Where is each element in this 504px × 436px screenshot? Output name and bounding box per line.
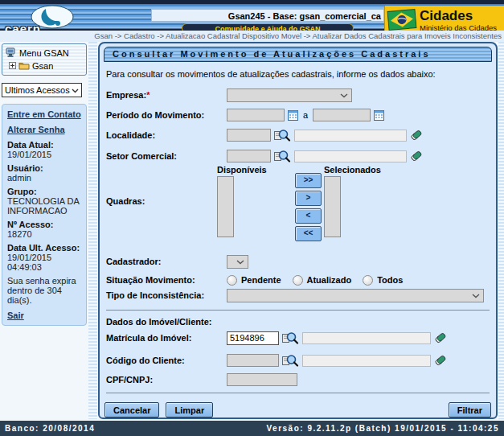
cancel-button[interactable]: Cancelar — [104, 402, 159, 417]
localidade-input[interactable] — [227, 129, 271, 142]
quadras-label: Quadras: — [106, 196, 227, 206]
gsan-page: caern Gsan245 - Base: gsan_comercial_ca … — [0, 0, 504, 436]
move-right-button[interactable]: > — [295, 191, 322, 206]
required-marker: * — [146, 90, 150, 100]
divider — [106, 393, 490, 393]
frame-stripe-right — [498, 42, 504, 419]
gsan-base-title: Gsan245 - Base: gsan_comercial_ca — [151, 9, 384, 22]
setor-comercial-label: Setor Comercial: — [106, 151, 227, 161]
selecionados-header: Selecionados — [324, 165, 381, 175]
eraser-icon[interactable] — [410, 150, 423, 162]
tree-node-gsan[interactable]: Gsan — [4, 60, 84, 72]
quadras-disponiveis-listbox[interactable] — [217, 176, 234, 237]
codigo-cliente-label: Código do Cliente: — [106, 356, 227, 365]
current-date-item: Data Atual:19/01/2015 — [7, 140, 81, 159]
eraser-icon[interactable] — [434, 331, 447, 344]
filter-button[interactable]: Filtrar — [449, 402, 491, 417]
app-header: caern Gsan245 - Base: gsan_comercial_ca … — [0, 0, 504, 31]
divider — [106, 310, 490, 311]
menu-gsan-header[interactable]: Menu GSAN — [4, 47, 84, 60]
plus-expand-icon[interactable] — [9, 61, 16, 71]
empresa-select[interactable] — [227, 88, 352, 102]
periodo-label: Período do Movimento: — [106, 110, 227, 120]
tree-node-gsan-label: Gsan — [32, 61, 53, 71]
periodo-inicio-input[interactable] — [227, 109, 285, 121]
chevron-down-icon — [72, 85, 79, 95]
magnifier-icon[interactable] — [274, 150, 291, 163]
breadcrumb: Gsan -> Cadastro -> Atualizacao Cadastra… — [0, 31, 504, 42]
main-panel: Consultar Movimento de Atualizações Cada… — [98, 42, 498, 419]
sidebar: Menu GSAN Gsan — [2, 43, 87, 326]
clear-button[interactable]: Limpar — [166, 402, 213, 417]
cadastrador-select[interactable] — [227, 255, 248, 269]
logout-link[interactable]: Sair — [7, 311, 81, 320]
disponiveis-header: Disponíveis — [217, 165, 267, 175]
password-expiry-notice: Sua senha expira dentro de 304 dia(s). — [7, 276, 81, 305]
eraser-icon[interactable] — [434, 354, 447, 367]
periodo-separator: a — [303, 110, 308, 120]
menu-gsan-label: Menu GSAN — [19, 48, 69, 58]
tipo-inconsistencia-select[interactable] — [227, 289, 484, 302]
frame-stripe-left — [88, 42, 97, 419]
ultimos-acessos-select[interactable]: Ultimos Acessos — [2, 83, 82, 97]
radio-atualizado-label: Atualizado — [307, 275, 352, 285]
brazil-flag-icon — [387, 9, 416, 32]
setor-comercial-input[interactable] — [227, 150, 271, 162]
magnifier-icon[interactable] — [274, 129, 291, 142]
last-access-item: Data Ult. Acesso:19/01/2015 04:49:03 — [7, 243, 81, 272]
codigo-cliente-display-field — [302, 355, 431, 367]
status-footer: Banco: 20/08/2014 Versão: 9.2.11.2p (Bat… — [0, 421, 504, 436]
chevron-down-icon — [340, 90, 348, 100]
page-title: Consultar Movimento de Atualizações Cada… — [104, 47, 492, 62]
calendar-icon[interactable] — [374, 110, 384, 121]
radio-pendente[interactable] — [227, 275, 237, 286]
magnifier-icon[interactable] — [282, 354, 299, 368]
periodo-fim-input[interactable] — [313, 109, 371, 121]
computer-icon — [6, 47, 17, 60]
access-number-item: Nº Acesso:18270 — [7, 220, 81, 239]
eraser-icon[interactable] — [410, 129, 423, 142]
folder-icon — [18, 61, 30, 72]
move-all-right-button[interactable]: >> — [295, 173, 322, 188]
cpf-cnpj-label: CPF/CNPJ: — [106, 375, 227, 385]
radio-atualizado[interactable] — [293, 275, 303, 286]
group-item: Grupo:TECNOLOGIA DA INFORMACAO — [7, 187, 81, 216]
footer-version: Versão: 9.2.11.2p (Batch) 19/01/2015 - 1… — [266, 421, 499, 436]
footer-bank-date: Banco: 20/08/2014 — [5, 421, 95, 436]
user-item: Usuário:admin — [7, 163, 81, 183]
empresa-label: Empresa:* — [106, 90, 227, 100]
radio-pendente-label: Pendente — [241, 275, 281, 285]
radio-todos-label: Todos — [377, 275, 403, 285]
localidade-label: Localidade: — [106, 130, 227, 140]
change-password-link[interactable]: Alterar Senha — [7, 125, 81, 134]
move-all-left-button[interactable]: << — [295, 226, 322, 241]
move-left-button[interactable]: < — [295, 208, 322, 224]
matricula-display-field — [302, 332, 431, 344]
codigo-cliente-input[interactable] — [227, 354, 279, 367]
setor-comercial-display-field — [294, 150, 407, 162]
menu-tree: Menu GSAN Gsan — [2, 43, 87, 76]
quadras-selecionados-listbox[interactable] — [324, 176, 341, 237]
form-description: Para consultar os movimentos de atualiza… — [106, 69, 436, 79]
tipo-inconsistencia-label: Tipo de Inconsistência: — [106, 290, 227, 300]
matricula-imovel-label: Matrícula do Imóvel: — [106, 333, 227, 343]
localidade-display-field — [294, 130, 407, 142]
calendar-icon[interactable] — [288, 110, 298, 121]
dados-imovel-cliente-header: Dados do Imóvel/Cliente: — [106, 317, 211, 327]
chevron-down-icon — [472, 290, 480, 300]
cidades-title: Cidades — [420, 9, 497, 23]
ultimos-acessos-value: Ultimos Acessos — [5, 85, 70, 95]
situacao-movimento-label: Situação Movimento: — [106, 275, 227, 285]
matricula-imovel-input[interactable] — [227, 331, 279, 345]
cadastrador-label: Cadastrador: — [106, 257, 227, 266]
magnifier-icon[interactable] — [282, 331, 299, 345]
radio-todos[interactable] — [363, 275, 373, 286]
session-info-panel: Entre em Contato Alterar Senha Data Atua… — [2, 104, 87, 326]
contact-link[interactable]: Entre em Contato — [7, 109, 81, 119]
chevron-down-icon — [236, 257, 244, 266]
cpf-cnpj-input[interactable] — [227, 373, 297, 386]
